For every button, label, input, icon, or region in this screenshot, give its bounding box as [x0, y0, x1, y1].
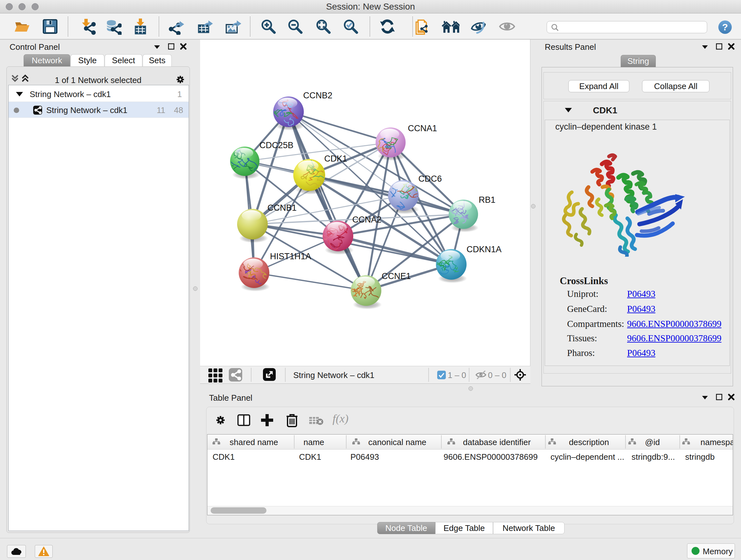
- svg-text:HIST1H1A: HIST1H1A: [270, 252, 311, 261]
- svg-text:CDC25B: CDC25B: [259, 140, 293, 150]
- svg-text:CDKN1A: CDKN1A: [467, 245, 502, 254]
- svg-text:CCNB2: CCNB2: [303, 91, 333, 100]
- svg-text:CCNA2: CCNA2: [352, 215, 382, 225]
- svg-text:CDK1: CDK1: [324, 154, 347, 164]
- svg-text:RB1: RB1: [479, 195, 495, 205]
- svg-text:CCNA1: CCNA1: [408, 124, 437, 133]
- svg-text:CCNE1: CCNE1: [382, 271, 411, 281]
- svg-text:CDC6: CDC6: [418, 174, 442, 184]
- svg-text:CCNB1: CCNB1: [267, 203, 297, 212]
